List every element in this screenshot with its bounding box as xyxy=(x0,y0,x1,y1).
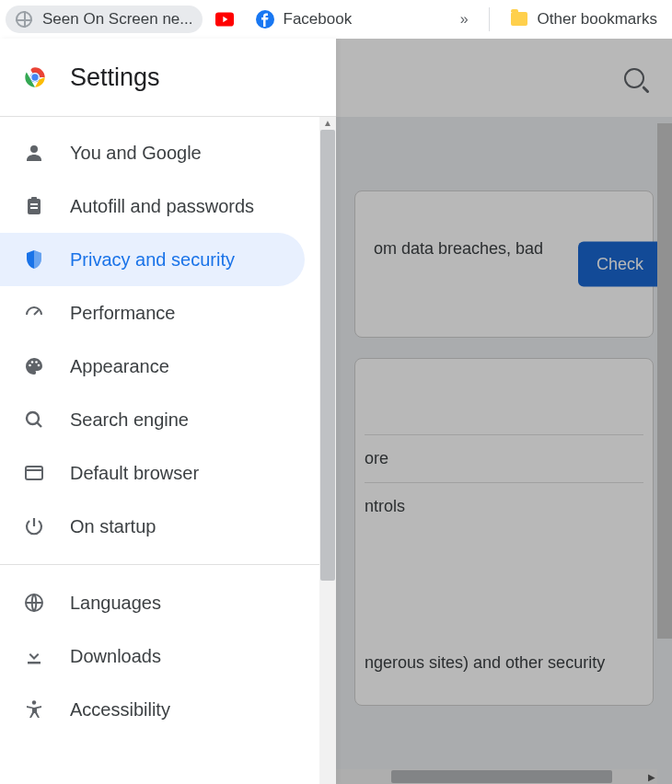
scroll-right-icon[interactable]: ▶ xyxy=(648,772,655,782)
privacy-card: ore ntrols ngerous sites) and other secu… xyxy=(354,358,654,706)
svg-point-11 xyxy=(31,361,34,363)
divider xyxy=(489,7,490,31)
content-hscroll[interactable]: ▶ xyxy=(336,769,657,784)
svg-point-18 xyxy=(32,700,36,704)
svg-rect-17 xyxy=(28,662,41,664)
safety-check-card: om data breaches, bad Check xyxy=(354,190,654,338)
nav-item-label: Languages xyxy=(70,593,161,614)
content-header xyxy=(336,39,672,117)
svg-point-5 xyxy=(30,145,38,153)
scroll-up-icon[interactable]: ▲ xyxy=(319,117,336,130)
nav-item-languages[interactable]: Languages xyxy=(0,576,305,629)
nav-divider xyxy=(0,564,336,565)
nav-list: You and GoogleAutofill and passwordsPriv… xyxy=(0,117,336,736)
nav-item-label: You and Google xyxy=(70,143,202,164)
nav-item-label: Performance xyxy=(70,303,176,324)
drawer-title: Settings xyxy=(70,63,160,92)
nav-item-default-browser[interactable]: Default browser xyxy=(0,446,305,500)
globe-icon xyxy=(15,10,33,29)
content-vscroll-thumb[interactable] xyxy=(657,123,672,639)
nav-item-autofill[interactable]: Autofill and passwords xyxy=(0,179,305,233)
youtube-icon xyxy=(215,10,234,29)
nav-item-label: Autofill and passwords xyxy=(70,196,254,217)
row-more[interactable]: ore xyxy=(365,435,643,482)
svg-rect-8 xyxy=(30,203,38,205)
nav-item-appearance[interactable]: Appearance xyxy=(0,340,305,393)
content-hscroll-thumb[interactable] xyxy=(391,770,612,783)
nav-item-privacy[interactable]: Privacy and security xyxy=(0,233,305,286)
chrome-logo-icon xyxy=(20,63,50,92)
nav-item-label: On startup xyxy=(70,516,156,537)
bookmark-seen-on-screen[interactable]: Seen On Screen ne... xyxy=(6,6,203,33)
bookmark-label: Other bookmarks xyxy=(538,10,657,29)
nav-item-label: Appearance xyxy=(70,356,169,377)
person-icon xyxy=(22,141,46,165)
speed-icon xyxy=(22,301,46,325)
nav-item-search-engine[interactable]: Search engine xyxy=(0,393,305,446)
power-icon xyxy=(22,514,46,538)
svg-point-13 xyxy=(38,364,41,367)
drawer-scroll-area: You and GoogleAutofill and passwordsPriv… xyxy=(0,117,336,784)
search-icon[interactable] xyxy=(624,68,644,88)
settings-app: om data breaches, bad Check ore ntrols n… xyxy=(0,39,672,784)
other-bookmarks[interactable]: Other bookmarks xyxy=(501,6,666,33)
nav-item-on-startup[interactable]: On startup xyxy=(0,500,305,553)
assignment-icon xyxy=(22,194,46,218)
nav-item-label: Downloads xyxy=(70,646,161,667)
search-icon xyxy=(22,408,46,432)
check-now-button[interactable]: Check xyxy=(578,242,662,287)
drawer-vscroll[interactable]: ▲ xyxy=(319,117,336,784)
nav-item-you-and-google[interactable]: You and Google xyxy=(0,126,305,179)
svg-rect-15 xyxy=(26,467,42,479)
nav-item-performance[interactable]: Performance xyxy=(0,286,305,340)
facebook-icon xyxy=(256,10,274,29)
accessibility-icon xyxy=(22,698,46,721)
svg-rect-9 xyxy=(30,207,38,209)
settings-content-dimmed: om data breaches, bad Check ore ntrols n… xyxy=(336,39,672,784)
nav-item-accessibility[interactable]: Accessibility xyxy=(0,683,305,736)
download-icon xyxy=(22,644,46,668)
drawer-vscroll-thumb[interactable] xyxy=(320,130,335,581)
nav-item-label: Accessibility xyxy=(70,699,170,721)
bookmarks-bar: Seen On Screen ne... Facebook » Other bo… xyxy=(0,0,672,39)
globe-icon xyxy=(22,591,46,615)
nav-item-label: Default browser xyxy=(70,463,199,484)
row-controls[interactable]: ntrols xyxy=(365,483,643,529)
bookmark-facebook[interactable]: Facebook xyxy=(247,6,362,33)
nav-item-label: Privacy and security xyxy=(70,249,235,271)
svg-rect-6 xyxy=(28,199,41,214)
drawer-header: Settings xyxy=(0,39,336,117)
nav-item-label: Search engine xyxy=(70,409,189,431)
folder-icon xyxy=(510,10,528,29)
nav-item-downloads[interactable]: Downloads xyxy=(0,629,305,683)
bookmark-label: Seen On Screen ne... xyxy=(42,10,193,29)
settings-drawer: Settings You and GoogleAutofill and pass… xyxy=(0,39,336,784)
bookmarks-overflow[interactable]: » xyxy=(451,11,478,28)
browser-icon xyxy=(22,461,46,485)
content-body: om data breaches, bad Check ore ntrols n… xyxy=(336,117,672,724)
svg-rect-7 xyxy=(31,197,37,201)
svg-point-14 xyxy=(27,412,39,424)
bookmark-youtube[interactable] xyxy=(206,6,243,33)
row-security[interactable]: ngerous sites) and other security xyxy=(365,640,643,686)
svg-point-12 xyxy=(35,361,38,363)
bookmark-label: Facebook xyxy=(284,10,353,29)
palette-icon xyxy=(22,354,46,378)
svg-point-10 xyxy=(29,364,31,367)
shield-icon xyxy=(22,248,46,271)
